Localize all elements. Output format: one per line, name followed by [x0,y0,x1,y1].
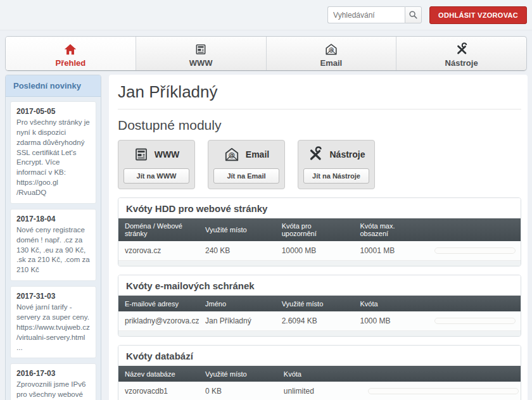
cell-used: 2.6094 KB [276,311,354,331]
module-title: Email [246,149,269,159]
search-input[interactable] [327,6,405,23]
database-quota-panel: Kvóty databází Název databáze Využité mí… [118,345,521,400]
cell-email: prikladny@vzorova.cz [118,311,199,331]
panel-footer [118,261,521,266]
module-card-www: WWW Jít na WWW [118,140,195,189]
cell-quota: unlimited [277,382,362,400]
panel-title: Kvóty HDD pro webové stránky [118,198,521,218]
go-to-www-button[interactable]: Jít na WWW [124,168,189,184]
news-date: 2017-18-04 [16,215,90,223]
tab-prehled[interactable]: Přehled [6,37,136,70]
table-row: prikladny@vzorova.cz Jan Příkladný 2.609… [118,311,521,331]
module-card-email: @ Email Jít na Email [208,140,285,189]
module-title: Nástroje [329,149,365,159]
main-nav-tabs: Přehled WWW @ Email [5,36,527,71]
news-item: 2017-31-03 Nové jarní tarify - servery z… [10,286,96,358]
news-text: Nové jarní tarify - servery za super cen… [16,303,90,353]
main-content: Jan Příkladný Dostupné moduly [109,75,528,400]
panel-footer [118,331,521,336]
quota-progress-bar [434,318,516,324]
tab-label: Přehled [6,58,136,68]
news-text: Pro všechny stránky je nyní k dispozici … [16,118,90,198]
column-header: Kvóta [353,296,428,311]
home-icon [6,42,136,57]
column-header: Kvóta [277,366,362,382]
cell-quota: 1000 MB [353,311,428,331]
news-text: Nové ceny registrace domén ! např. .cz z… [16,225,90,275]
hdd-quota-panel: Kvóty HDD pro webové stránky Doména / We… [118,197,521,266]
panel-title: Kvóty e-mailových schránek [118,275,521,296]
tab-label: WWW [136,58,266,68]
www-icon [134,147,149,162]
search-group [327,6,422,23]
column-header [428,218,521,241]
column-header: Doména / Webové stránky [118,218,199,241]
column-header: Využité místo [199,218,276,241]
column-header [428,296,521,311]
news-date: 2017-31-03 [16,292,90,301]
news-sidebar: Poslední novinky 2017-05-05 Pro všechny … [5,75,101,400]
module-title: WWW [155,149,180,159]
panel-title: Kvóty databází [118,346,521,366]
tools-icon [396,42,526,57]
column-header: Kvóta pro upozornění [276,218,354,241]
www-icon [136,42,266,57]
news-date: 2016-17-03 [16,369,90,378]
news-item: 2017-18-04 Nové ceny registrace domén ! … [10,209,96,281]
cell-domain: vzorova.cz [118,241,199,261]
tab-nastroje[interactable]: Nástroje [396,37,526,70]
cell-max-quota: 10001 MB [353,241,428,261]
page-title: Jan Příkladný [118,78,521,109]
top-bar: ODHLÁSIT VZOROVAC [0,0,532,30]
column-header: Využité místo [276,296,354,311]
column-header: Využité místo [199,366,277,382]
tab-email[interactable]: @ Email [266,37,396,70]
logout-button[interactable]: ODHLÁSIT VZOROVAC [429,6,527,24]
news-sidebar-title: Poslední novinky [6,75,101,97]
cell-used: 240 KB [199,241,276,261]
go-to-email-button[interactable]: Jít na Email [213,168,279,184]
modules-row: WWW Jít na WWW @ Email Jít na Email [118,140,521,189]
news-date: 2017-05-05 [16,107,90,116]
news-item: 2016-17-03 Zprovoznili jsme IPv6 pro vše… [10,363,96,400]
table-row: vzorova.cz 240 KB 10000 MB 10001 MB [118,241,521,261]
go-to-nastroje-button[interactable]: Jít na Nástroje [303,168,369,184]
search-button[interactable] [405,6,422,23]
news-list: 2017-05-05 Pro všechny stránky je nyní k… [6,97,101,400]
news-item: 2017-05-05 Pro všechny stránky je nyní k… [10,101,96,204]
column-header: Název databáze [118,366,199,382]
column-header [362,366,521,382]
cell-warn-quota: 10000 MB [276,241,354,261]
email-icon: @ [224,146,240,163]
tab-www[interactable]: WWW [136,37,266,70]
column-header: Kvóta max. obsazení [353,218,428,241]
table-row: vzorovacdb1 0 KB unlimited [118,382,521,400]
quota-progress-bar [434,247,516,254]
tab-label: Nástroje [396,58,526,68]
column-header: Jméno [199,296,276,311]
mailbox-quota-panel: Kvóty e-mailových schránek E-mailové adr… [118,275,521,337]
mailbox-quota-table: E-mailové adresy Jméno Využité místo Kvó… [118,296,521,331]
column-header: E-mailové adresy [118,296,199,311]
cell-used: 0 KB [199,382,277,400]
modules-section-title: Dostupné moduly [118,118,521,133]
quota-progress-bar [368,388,519,394]
hdd-quota-table: Doména / Webové stránky Využité místo Kv… [118,218,521,261]
database-quota-table: Název databáze Využité místo Kvóta vzoro… [118,366,521,400]
news-text: Zprovoznili jsme IPv6 pro všechny webové… [16,380,90,400]
tools-icon [307,146,324,163]
email-icon: @ [267,42,396,57]
cell-database: vzorovacdb1 [118,382,199,400]
tab-label: Email [267,58,396,68]
cell-name: Jan Příkladný [199,311,276,331]
module-card-nastroje: Nástroje Jít na Nástroje [298,140,375,189]
search-icon [408,10,418,20]
